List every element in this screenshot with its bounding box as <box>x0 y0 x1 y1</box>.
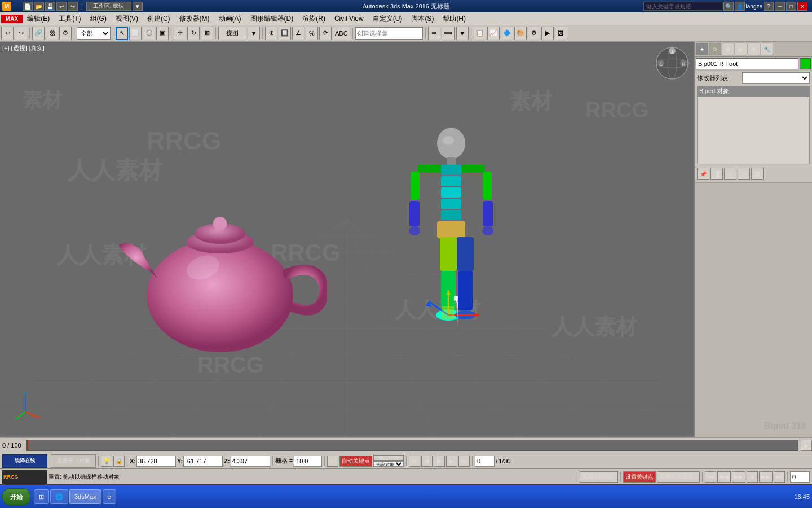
prev-key-btn[interactable]: ⏮ <box>409 456 420 467</box>
rp-tab-create[interactable]: ✦ <box>696 43 708 55</box>
user-icon[interactable]: 👤 <box>735 2 745 11</box>
quick-access-undo[interactable]: ↩ <box>56 2 67 11</box>
next-key-btn2[interactable]: ⏭ <box>774 471 785 483</box>
spinner-snap-btn[interactable]: ⟳ <box>319 27 332 40</box>
lasso-select-btn[interactable]: 〇 <box>143 27 155 40</box>
menu-edit[interactable]: 编辑(E) <box>23 13 54 25</box>
menu-scripting[interactable]: 脚本(S) <box>407 13 438 25</box>
next-frame-btn[interactable]: ▶ <box>446 456 457 467</box>
help-icon[interactable]: ? <box>764 2 774 11</box>
ref-coord-select[interactable]: 视图 <box>218 27 246 40</box>
rotate-btn[interactable]: ↻ <box>187 27 200 40</box>
curve-editor-btn[interactable]: 📈 <box>487 27 500 40</box>
prev-frame-btn2[interactable]: ◀◀ <box>717 471 731 483</box>
menu-graph-editors[interactable]: 图形编辑器(D) <box>246 13 298 25</box>
selection-dropdown[interactable]: 选定对象 <box>373 461 404 467</box>
next-key-btn[interactable]: ⏭ <box>458 456 470 467</box>
menu-max[interactable]: MAX <box>1 15 23 23</box>
selection-label-select[interactable]: 选定对象 <box>373 455 404 461</box>
taskbar-icon-windows[interactable]: ⊞ <box>34 489 49 504</box>
menu-animation[interactable]: 动画(A) <box>214 13 246 25</box>
biped-object[interactable] <box>395 126 508 380</box>
menu-group[interactable]: 组(G) <box>86 13 111 25</box>
select-region-btn[interactable]: ⬜ <box>129 27 142 40</box>
teapot-object[interactable] <box>113 183 327 364</box>
taskbar-icon-browser[interactable]: 🌐 <box>50 489 68 504</box>
start-button[interactable]: 开始 <box>2 488 30 505</box>
rp-tab-display[interactable]: 👁 <box>748 43 760 55</box>
scale-btn[interactable]: ⊠ <box>201 27 213 40</box>
set-key-btn[interactable]: 设置关键点 <box>623 471 656 483</box>
undo-btn[interactable]: ↩ <box>1 27 14 40</box>
play-btn[interactable]: ▶ <box>434 456 445 467</box>
rp-refresh-btn[interactable]: ↺ <box>738 168 750 180</box>
rp-bar-btn[interactable]: ▐ <box>710 168 723 180</box>
move-btn[interactable]: ✛ <box>174 27 186 40</box>
x-input[interactable] <box>136 456 176 467</box>
ref-coord-dropdown[interactable]: ▼ <box>248 27 260 40</box>
add-time-tag-btn[interactable]: 添加时间标记 <box>580 471 618 483</box>
select-btn[interactable]: ↖ <box>116 27 128 40</box>
rp-render-btn[interactable]: 🖼 <box>751 168 764 180</box>
search-input[interactable] <box>643 2 722 11</box>
object-name-input[interactable] <box>696 58 798 69</box>
menu-tools[interactable]: 工具(T) <box>54 13 85 25</box>
z-input[interactable] <box>231 456 270 467</box>
redo-btn[interactable]: ↪ <box>15 27 27 40</box>
rp-tab-hierarchy[interactable]: ⊕ <box>722 43 734 55</box>
key-icon[interactable]: 🗝 <box>327 456 338 467</box>
quick-access-save[interactable]: 💾 <box>45 2 55 11</box>
light-icon[interactable]: 💡 <box>101 456 112 467</box>
prev-key-btn2[interactable]: ⏮ <box>705 471 716 483</box>
rp-pin-btn[interactable]: 📌 <box>697 168 709 180</box>
next-frame-btn2[interactable]: ▶▶ <box>759 471 773 483</box>
y-input[interactable] <box>183 456 223 467</box>
menu-civil-view[interactable]: Civil View <box>330 14 368 24</box>
rp-biped-header[interactable]: Biped 对象 <box>697 86 810 97</box>
search-icon[interactable]: 🔍 <box>723 2 734 11</box>
schematic-view-btn[interactable]: 🔷 <box>501 27 513 40</box>
render-setup-btn[interactable]: ⚙ <box>528 27 540 40</box>
quick-access-new[interactable]: 📄 <box>23 2 33 11</box>
modifier-list-select[interactable] <box>742 72 810 84</box>
unlink-btn[interactable]: ⛓ <box>46 27 58 40</box>
snap-toggle-btn[interactable]: 🔲 <box>279 27 291 40</box>
workspace-select[interactable]: 工作区: 默认 <box>86 2 131 11</box>
grid-value-input[interactable] <box>294 456 322 467</box>
rp-tab-modify[interactable]: ⟳ <box>709 43 721 55</box>
menu-modifiers[interactable]: 修改器(M) <box>175 13 214 25</box>
restore-btn[interactable]: □ <box>786 2 796 11</box>
nav-gizmo[interactable]: 上 前 左 <box>655 46 689 80</box>
rp-check-btn[interactable]: ✓ <box>724 168 736 180</box>
minimize-btn[interactable]: ─ <box>775 2 785 11</box>
mirror-btn[interactable]: ⇔ <box>428 27 440 40</box>
menu-customize[interactable]: 自定义(U) <box>368 13 407 25</box>
prev-frame-btn[interactable]: ◀ <box>421 456 433 467</box>
frame-input[interactable] <box>475 456 495 467</box>
rect-select-btn[interactable]: ▣ <box>156 27 169 40</box>
render-last-btn[interactable]: 🖼 <box>555 27 567 40</box>
layer-manager-btn[interactable]: 📋 <box>474 27 486 40</box>
viewport[interactable]: [+] [透视] [真实] 上 前 左 <box>0 42 694 437</box>
menu-help[interactable]: 帮助(H) <box>438 13 470 25</box>
menu-create[interactable]: 创建(C) <box>143 13 175 25</box>
align-dropdown-btn[interactable]: ▼ <box>456 27 469 40</box>
quick-access-redo[interactable]: ↪ <box>68 2 78 11</box>
rp-tab-motion[interactable]: ▶ <box>735 43 747 55</box>
percent-snap-btn[interactable]: % <box>306 27 318 40</box>
taskbar-icon-ie[interactable]: e <box>103 489 116 504</box>
edit-named-select-btn[interactable]: ABC <box>333 27 350 40</box>
max-frames-input[interactable] <box>790 471 810 483</box>
bind-space-warp-btn[interactable]: ⚙ <box>59 27 72 40</box>
workspace-dropdown[interactable]: ▼ <box>133 2 143 11</box>
named-selection-input[interactable] <box>355 27 423 40</box>
key-filter-btn[interactable]: 关键点过滤器... <box>657 471 700 483</box>
auto-key-btn[interactable]: 自动关键点 <box>339 456 372 467</box>
close-btn[interactable]: ✕ <box>797 2 807 11</box>
align-btn[interactable]: ⟺ <box>442 27 455 40</box>
angle-snap-btn[interactable]: ∠ <box>292 27 304 40</box>
filter-select[interactable]: 全部 <box>77 27 111 40</box>
taskbar-icon-max[interactable]: 3dsMax <box>69 489 102 504</box>
select-link-btn[interactable]: 🔗 <box>32 27 45 40</box>
timeline-track[interactable] <box>26 440 798 451</box>
